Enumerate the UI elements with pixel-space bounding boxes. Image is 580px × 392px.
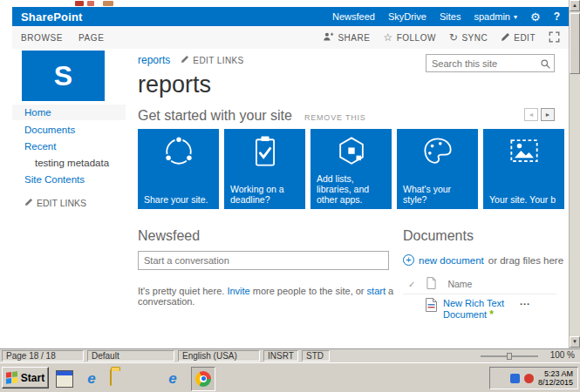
sidebar-edit-links[interactable]: EDIT LINKS	[12, 195, 126, 211]
file-name-link[interactable]: New Rich Text Document *	[443, 298, 523, 321]
taskbar-icon-folder[interactable]	[110, 370, 127, 388]
scrollbar-thumb[interactable]	[570, 13, 580, 74]
sync-icon: ↻	[449, 32, 459, 43]
sidebar-item-testing-metadata[interactable]: testing metadata	[12, 155, 126, 171]
document-type-icon	[426, 277, 436, 291]
chevron-down-icon: ▾	[514, 13, 517, 21]
remove-this-link[interactable]: REMOVE THIS	[304, 113, 366, 122]
sidebar-item-label: Home	[24, 107, 51, 118]
tile-working-on-deadline[interactable]: Working on a deadline?	[224, 129, 305, 209]
start-conversation-link[interactable]: start	[367, 286, 386, 296]
status-zoom-level: 100 %	[543, 350, 577, 362]
tile-your-site-your-brand[interactable]: Your site. Your b	[483, 129, 564, 209]
sidebar-item-recent[interactable]: Recent	[12, 139, 126, 154]
sidebar-item-home[interactable]: Home	[12, 105, 126, 120]
site-logo[interactable]: S	[22, 51, 105, 101]
ribbon-tabs: BROWSE PAGE	[21, 33, 105, 43]
tray-alert-icon[interactable]	[524, 374, 534, 383]
taskbar-icon-blue-orb[interactable]	[137, 370, 154, 388]
toolbar-mark-icon	[103, 1, 113, 6]
pencil-icon	[501, 32, 510, 44]
follow-button[interactable]: ☆ FOLLOW	[383, 32, 436, 43]
star-icon: ☆	[383, 32, 392, 43]
tile-share-your-site[interactable]: Share your site.	[138, 129, 219, 209]
suite-bar: SharePoint Newsfeed SkyDrive Sites spadm…	[12, 7, 569, 26]
conversation-input[interactable]	[138, 251, 389, 270]
follow-label: FOLLOW	[397, 33, 436, 43]
documents-list-header: ✓ Name	[408, 277, 472, 291]
page-edit-links[interactable]: EDIT LINKS	[181, 55, 243, 65]
select-all-checkmark[interactable]: ✓	[408, 280, 415, 289]
documents-heading: Documents	[403, 228, 474, 244]
vertical-scrollbar[interactable]: ▲ ▼	[569, 0, 580, 348]
drag-files-text: or drag files here	[488, 255, 563, 266]
invite-link[interactable]: Invite	[227, 286, 249, 296]
status-selection-mode: STD	[302, 350, 330, 362]
tile-label: Add lists, libraries, and other apps.	[317, 173, 389, 205]
focus-icon	[549, 31, 560, 44]
taskbar-icon-internet-explorer-2[interactable]: e	[164, 370, 181, 388]
search-icon[interactable]	[540, 57, 551, 73]
clock-date: 8/12/2015	[538, 378, 573, 387]
user-name: spadmin	[474, 11, 510, 22]
tab-page[interactable]: PAGE	[78, 33, 104, 43]
scroll-down-arrow-icon[interactable]: ▼	[570, 336, 580, 348]
new-document-row: + new document or drag files here	[403, 254, 563, 266]
tray-network-icon[interactable]	[510, 374, 520, 383]
sharepoint-window: SharePoint Newsfeed SkyDrive Sites spadm…	[12, 7, 569, 348]
zoom-slider-thumb[interactable]	[507, 353, 512, 360]
sidebar-item-documents[interactable]: Documents	[12, 122, 126, 138]
status-insert-mode: INSRT	[263, 350, 298, 362]
tiles-pager: ◄ ►	[524, 108, 555, 121]
windows-flag-icon	[6, 371, 17, 383]
new-item-badge: *	[489, 308, 494, 321]
taskbar-clock[interactable]: 5:23 AM 8/12/2015	[538, 369, 573, 387]
sync-button[interactable]: ↻ SYNC	[449, 32, 488, 43]
taskbar-icon-window[interactable]	[56, 370, 73, 388]
pencil-icon	[24, 195, 33, 211]
sync-label: SYNC	[461, 33, 488, 43]
pager-prev-button[interactable]: ◄	[524, 108, 538, 121]
taskbar-icon-internet-explorer[interactable]: e	[83, 370, 100, 388]
edit-button[interactable]: EDIT	[501, 32, 536, 44]
toolbar-mark-icon	[75, 1, 84, 6]
scroll-up-arrow-icon[interactable]: ▲	[570, 0, 580, 11]
tab-browse[interactable]: BROWSE	[21, 33, 63, 43]
page-title: reports	[138, 71, 211, 98]
site-logo-letter: S	[54, 60, 72, 92]
status-page-style: Default	[87, 350, 174, 362]
folder-icon	[110, 369, 112, 386]
system-tray: 5:23 AM 8/12/2015	[489, 367, 578, 389]
taskbar-icon-chrome-active[interactable]	[191, 367, 215, 391]
main-area: S Home Documents Recent testing metadata…	[12, 49, 569, 348]
chrome-icon	[195, 371, 211, 387]
file-ellipsis-menu[interactable]: ...	[520, 296, 530, 307]
gear-icon[interactable]: ⚙	[530, 11, 541, 23]
new-document-link[interactable]: new document	[419, 255, 484, 266]
plus-circle-icon[interactable]: +	[403, 254, 414, 266]
sites-link[interactable]: Sites	[440, 11, 461, 22]
screen: SharePoint Newsfeed SkyDrive Sites spadm…	[0, 0, 580, 392]
search-input[interactable]	[426, 54, 555, 72]
share-label: SHARE	[338, 33, 370, 43]
help-icon[interactable]: ?	[554, 10, 560, 23]
breadcrumb-reports-link[interactable]: reports	[138, 54, 170, 66]
sidebar-item-label: Documents	[24, 125, 75, 135]
status-page-number: Page 18 / 18	[2, 350, 84, 362]
share-button[interactable]: SHARE	[323, 31, 370, 44]
zoom-slider[interactable]	[481, 355, 538, 357]
status-language: English (USA)	[178, 350, 260, 362]
sidebar-item-site-contents[interactable]: Site Contents	[12, 172, 126, 187]
getting-started-tiles: Share your site. Working on a deadline? …	[138, 129, 564, 209]
tile-add-lists-libraries-apps[interactable]: Add lists, libraries, and other apps.	[310, 129, 392, 209]
user-menu[interactable]: spadmin ▾	[474, 11, 517, 22]
pager-next-button[interactable]: ►	[541, 108, 555, 121]
name-column-header[interactable]: Name	[447, 279, 472, 289]
start-button[interactable]: Start	[2, 367, 49, 389]
tile-whats-your-style[interactable]: What's your style?	[397, 129, 478, 209]
getting-started-header: Get started with your site REMOVE THIS	[138, 108, 366, 124]
skydrive-link[interactable]: SkyDrive	[388, 11, 426, 22]
newsfeed-link[interactable]: Newsfeed	[332, 11, 375, 22]
focus-on-content-button[interactable]	[549, 31, 560, 44]
page-content: reports EDIT LINKS reports Get started w…	[126, 49, 569, 348]
